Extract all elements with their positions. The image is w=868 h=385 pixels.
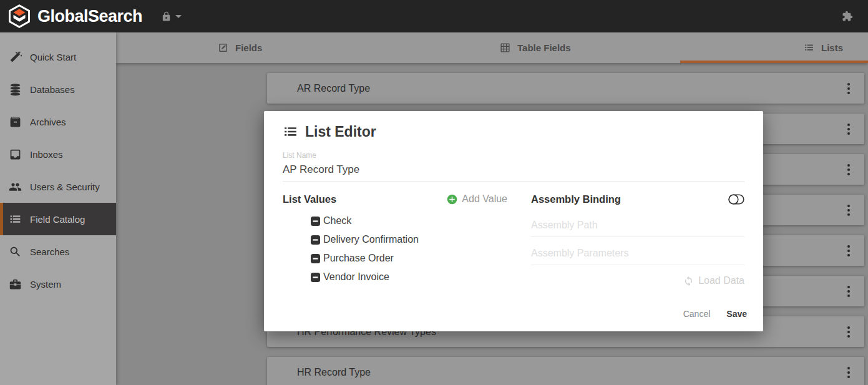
row-menu-kebab-icon[interactable]: [837, 198, 861, 223]
inbox-icon: [8, 147, 22, 161]
table-grid-icon: [500, 42, 510, 53]
database-icon: [8, 82, 22, 96]
assembly-binding-heading: Assembly Binding: [531, 193, 621, 205]
remove-value-icon[interactable]: [311, 273, 320, 282]
list-values-column: List Values Add Value Check: [283, 191, 507, 286]
plugins-button[interactable]: [842, 11, 853, 22]
row-menu-kebab-icon[interactable]: [837, 117, 861, 142]
modal-footer: Cancel Save: [683, 309, 747, 319]
list-icon: [283, 124, 298, 140]
assembly-binding-header: Assembly Binding: [531, 191, 744, 207]
sidebar-item-label: Archives: [30, 117, 66, 127]
sidebar-item-quick-start[interactable]: Quick Start: [0, 41, 116, 73]
globalsearch-logo-icon: [7, 4, 31, 28]
sidebar-item-searches[interactable]: Searches: [0, 235, 116, 268]
remove-value-icon[interactable]: [311, 254, 320, 263]
list-values-header: List Values Add Value: [283, 191, 507, 207]
row-menu-kebab-icon[interactable]: [837, 279, 861, 304]
sidebar-item-label: Field Catalog: [30, 214, 85, 225]
app-title: GlobalSearch: [37, 7, 142, 26]
chevron-down-icon: [175, 15, 182, 18]
sidebar-item-label: Searches: [30, 246, 69, 257]
remove-value-icon[interactable]: [311, 235, 320, 245]
list-row-hr-record-type[interactable]: HR Record Type: [267, 357, 864, 385]
assembly-binding-column: Assembly Binding Load Data: [531, 191, 744, 286]
tab-lists[interactable]: Lists: [804, 32, 843, 63]
lock-icon: [161, 11, 172, 22]
sidebar-item-label: Databases: [30, 84, 75, 95]
list-editor-modal: List Editor List Name List Values Add Va…: [264, 111, 763, 331]
save-button[interactable]: Save: [726, 309, 747, 319]
add-value-label: Add Value: [462, 193, 507, 205]
list-row-label: AR Record Type: [297, 83, 370, 94]
list-values-items: Check Delivery Confirmation Purchase Ord…: [283, 212, 507, 286]
sidebar-item-inboxes[interactable]: Inboxes: [0, 138, 116, 170]
tab-fields[interactable]: Fields: [218, 32, 262, 63]
list-value-label: Purchase Order: [323, 253, 394, 264]
row-menu-kebab-icon[interactable]: [837, 238, 861, 263]
assembly-path-input[interactable]: [531, 218, 744, 237]
list-values-heading: List Values: [283, 193, 336, 205]
list-row-ar-record-type[interactable]: AR Record Type: [267, 73, 864, 104]
row-menu-kebab-icon[interactable]: [837, 157, 861, 182]
users-group-icon: [8, 180, 22, 193]
modal-header: List Editor: [283, 124, 744, 140]
tab-label: Table Fields: [517, 42, 571, 53]
tab-label: Fields: [235, 42, 262, 53]
sidebar-item-label: Users & Security: [30, 182, 100, 192]
load-data-label: Load Data: [698, 275, 744, 286]
field-catalog-tabbar: Fields Table Fields Lists: [116, 32, 868, 63]
list-value-item: Check: [283, 212, 507, 230]
sidebar-item-field-catalog[interactable]: Field Catalog: [0, 203, 116, 235]
main-content: Fields Table Fields Lists AR Record Type: [116, 32, 868, 385]
list-row-label: HR Record Type: [297, 367, 371, 378]
sidebar-item-label: Inboxes: [30, 149, 63, 160]
active-tab-indicator: [680, 61, 868, 63]
sidebar-item-label: System: [30, 279, 61, 290]
list-icon: [8, 212, 22, 226]
sidebar-nav: Quick Start Databases Archives Inboxes U…: [0, 32, 116, 385]
sidebar-item-archives[interactable]: Archives: [0, 105, 116, 138]
top-header-bar: GlobalSearch: [0, 0, 868, 32]
row-menu-kebab-icon[interactable]: [837, 319, 861, 344]
briefcase-icon: [8, 277, 22, 291]
refresh-icon: [683, 276, 694, 286]
row-menu-kebab-icon[interactable]: [837, 360, 861, 385]
tab-label: Lists: [821, 42, 843, 53]
search-icon: [8, 245, 22, 258]
list-name-input[interactable]: [283, 160, 744, 182]
sidebar-item-users-security[interactable]: Users & Security: [0, 170, 116, 203]
app-logo: GlobalSearch: [7, 4, 142, 28]
tab-table-fields[interactable]: Table Fields: [500, 32, 571, 63]
cancel-button[interactable]: Cancel: [683, 309, 711, 319]
magic-wand-icon: [8, 50, 22, 64]
list-value-item: Vendor Invoice: [283, 268, 507, 286]
load-data-button[interactable]: Load Data: [531, 275, 744, 286]
list-value-item: Purchase Order: [283, 249, 507, 268]
sidebar-item-system[interactable]: System: [0, 268, 116, 300]
list-value-item: Delivery Confirmation: [283, 230, 507, 249]
add-value-button[interactable]: Add Value: [447, 193, 507, 205]
assembly-binding-toggle-off[interactable]: [728, 194, 744, 205]
list-icon: [804, 42, 814, 53]
lock-menu-button[interactable]: [161, 11, 182, 22]
modal-title: List Editor: [305, 124, 376, 140]
edit-pencil-square-icon: [218, 42, 228, 53]
list-value-label: Delivery Confirmation: [323, 234, 419, 245]
modal-columns: List Values Add Value Check: [283, 191, 744, 286]
sidebar-item-label: Quick Start: [30, 52, 76, 62]
archive-box-icon: [8, 115, 22, 129]
plus-circle-icon: [447, 194, 457, 205]
sidebar-item-databases[interactable]: Databases: [0, 73, 116, 105]
assembly-parameters-input[interactable]: [531, 246, 744, 265]
list-value-label: Check: [323, 215, 351, 227]
puzzle-piece-icon: [842, 11, 853, 22]
list-name-label: List Name: [283, 151, 744, 160]
row-menu-kebab-icon[interactable]: [837, 76, 861, 101]
remove-value-icon[interactable]: [311, 217, 320, 226]
list-value-label: Vendor Invoice: [323, 271, 389, 283]
column-gap: [507, 191, 531, 286]
